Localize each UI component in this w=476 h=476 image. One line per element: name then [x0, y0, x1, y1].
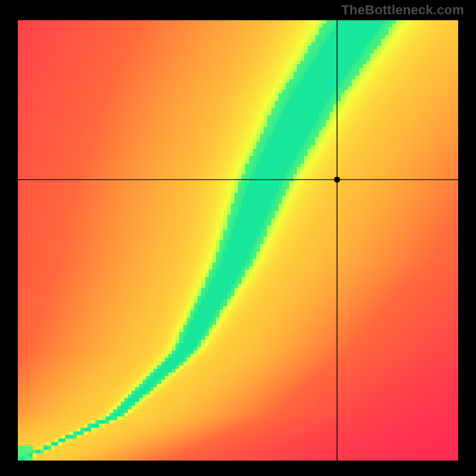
- heatmap-canvas: [18, 20, 458, 461]
- chart-frame: TheBottleneck.com: [0, 0, 476, 476]
- attribution-label: TheBottleneck.com: [342, 2, 464, 18]
- heatmap-plot: [18, 20, 458, 461]
